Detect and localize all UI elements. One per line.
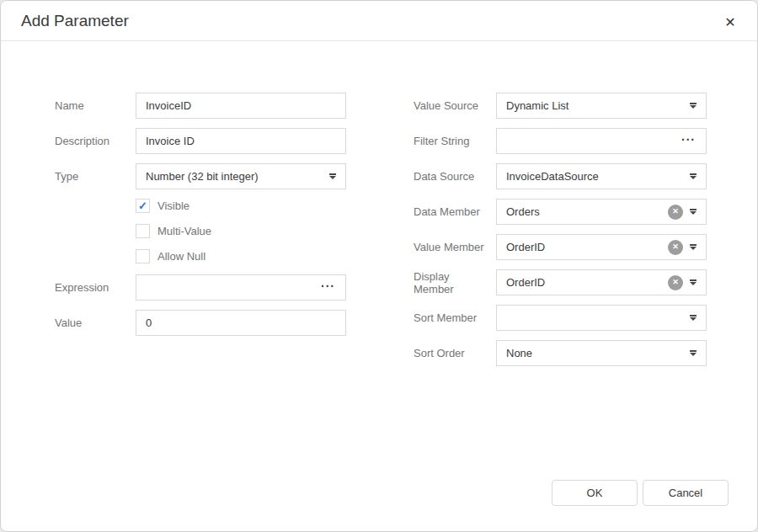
clear-icon: ✕ — [672, 208, 679, 215]
cancel-button[interactable]: Cancel — [643, 480, 729, 506]
expression-ellipsis-button[interactable]: ··· — [320, 280, 336, 295]
filter-string-ellipsis-button[interactable]: ··· — [681, 134, 697, 149]
checkmark-icon: ✓ — [138, 200, 147, 211]
data-member-select[interactable]: Orders ✕ — [496, 199, 707, 225]
display-member-select[interactable]: OrderID ✕ — [496, 269, 707, 295]
type-select-value: Number (32 bit integer) — [146, 170, 323, 183]
sort-order-select-value: None — [506, 347, 683, 359]
dialog-header: Add Parameter ✕ — [1, 1, 757, 41]
filter-string-field: ··· — [496, 128, 707, 154]
name-label: Name — [55, 99, 136, 112]
filter-string-row: Filter String ··· — [414, 128, 707, 154]
value-member-select[interactable]: OrderID ✕ — [496, 234, 707, 260]
chevron-down-icon — [690, 173, 697, 179]
description-field — [136, 128, 346, 154]
chevron-down-icon — [690, 103, 697, 109]
sort-order-label: Sort Order — [414, 347, 496, 359]
description-input[interactable] — [146, 129, 336, 153]
allow-null-checkbox[interactable] — [136, 249, 150, 263]
visible-checkbox[interactable]: ✓ — [136, 199, 150, 213]
data-member-select-value: Orders — [506, 205, 663, 218]
value-source-select[interactable]: Dynamic List — [496, 93, 707, 119]
allow-null-checkbox-label: Allow Null — [157, 250, 206, 263]
type-label: Type — [55, 170, 136, 183]
close-button[interactable]: ✕ — [721, 13, 739, 31]
checkbox-group: ✓ Visible Multi-Value Allow Null — [136, 199, 346, 263]
type-select[interactable]: Number (32 bit integer) — [136, 163, 346, 189]
value-source-select-value: Dynamic List — [506, 99, 683, 112]
expression-input[interactable] — [146, 275, 315, 300]
sort-member-select[interactable] — [496, 305, 707, 331]
sort-order-row: Sort Order None — [414, 340, 707, 366]
chevron-down-icon — [329, 173, 336, 179]
data-member-row: Data Member Orders ✕ — [414, 199, 707, 225]
clear-icon: ✕ — [672, 243, 679, 251]
sort-member-row: Sort Member — [414, 305, 707, 331]
sort-member-label: Sort Member — [414, 311, 496, 324]
data-source-select-value: InvoiceDataSource — [506, 170, 683, 183]
description-label: Description — [55, 135, 136, 147]
right-column: Value Source Dynamic List Filter String … — [414, 93, 707, 375]
display-member-label: Display Member — [414, 270, 496, 295]
multi-value-checkbox[interactable] — [136, 224, 150, 238]
chevron-down-icon — [690, 244, 697, 250]
filter-string-label: Filter String — [414, 135, 496, 147]
add-parameter-dialog: Add Parameter ✕ Name Description Type Nu… — [0, 0, 758, 532]
value-source-label: Value Source — [414, 99, 496, 112]
description-row: Description — [55, 128, 346, 154]
multi-value-checkbox-row: Multi-Value — [136, 224, 346, 238]
multi-value-checkbox-label: Multi-Value — [157, 225, 211, 237]
dialog-title: Add Parameter — [21, 12, 129, 30]
ellipsis-icon: ··· — [681, 133, 696, 146]
value-input[interactable] — [146, 311, 336, 335]
expression-label: Expression — [55, 281, 136, 294]
data-source-select[interactable]: InvoiceDataSource — [496, 163, 707, 189]
value-member-select-value: OrderID — [506, 241, 663, 253]
allow-null-checkbox-row: Allow Null — [136, 249, 346, 263]
visible-checkbox-row: ✓ Visible — [136, 199, 346, 213]
value-source-row: Value Source Dynamic List — [414, 93, 707, 119]
left-column: Name Description Type Number (32 bit int… — [55, 93, 346, 345]
value-member-clear-button[interactable]: ✕ — [668, 240, 683, 255]
data-member-label: Data Member — [414, 205, 496, 218]
visible-checkbox-label: Visible — [157, 200, 190, 212]
data-source-row: Data Source InvoiceDataSource — [414, 163, 707, 189]
sort-order-select[interactable]: None — [496, 340, 707, 366]
chevron-down-icon — [690, 279, 697, 285]
filter-string-input[interactable] — [506, 129, 675, 153]
chevron-down-icon — [690, 315, 697, 321]
name-input[interactable] — [146, 93, 336, 118]
display-member-row: Display Member OrderID ✕ — [414, 269, 707, 295]
value-member-row: Value Member OrderID ✕ — [414, 234, 707, 260]
display-member-select-value: OrderID — [506, 276, 663, 289]
value-label: Value — [55, 317, 136, 329]
chevron-down-icon — [690, 350, 697, 356]
type-row: Type Number (32 bit integer) — [55, 163, 346, 189]
value-member-label: Value Member — [414, 241, 496, 253]
expression-row: Expression ··· — [55, 274, 346, 301]
ellipsis-icon: ··· — [321, 279, 335, 293]
name-row: Name — [55, 93, 346, 119]
close-icon: ✕ — [724, 14, 735, 30]
expression-field: ··· — [136, 274, 346, 301]
chevron-down-icon — [690, 209, 697, 215]
display-member-clear-button[interactable]: ✕ — [668, 275, 683, 290]
data-source-label: Data Source — [414, 170, 496, 183]
value-field — [136, 310, 346, 336]
value-row: Value — [55, 310, 346, 336]
ok-button[interactable]: OK — [552, 480, 638, 506]
name-field — [136, 93, 346, 119]
dialog-footer: OK Cancel — [552, 480, 729, 506]
data-member-clear-button[interactable]: ✕ — [668, 205, 683, 220]
clear-icon: ✕ — [672, 279, 679, 286]
